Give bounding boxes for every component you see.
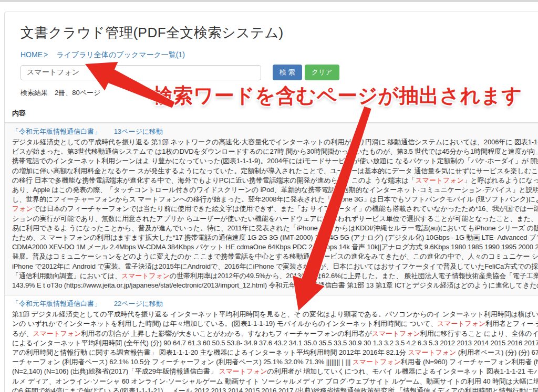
search-bar: 検 索 クリア	[20, 65, 538, 80]
search-result-row-2: 「令和元年版情報通信白書」 22ページに移動 第1節 デジタル経済史としての平成…	[5, 295, 538, 392]
page-jump-link[interactable]: 13ページに移動	[114, 128, 163, 135]
window-top-strip	[0, 0, 538, 2]
clear-button[interactable]: クリア	[305, 65, 339, 80]
search-input[interactable]	[20, 65, 261, 80]
breadcrumb-library-link[interactable]: ライブラリ全体のブックマーク一覧(1)	[56, 50, 185, 59]
main-panel: 文書クラウド管理(PDF全文検索システム) HOME>ライブラリ全体のブックマー…	[4, 12, 538, 392]
result-excerpt: 第1節 デジタル経済史としての平成時代を振り返る インターネット平均利用時間を見…	[12, 310, 538, 392]
table-header-content: 内容	[5, 104, 538, 123]
result-table: 内容 「令和元年版情報通信白書」 13ページに移動 デジタル経済史としての平成時…	[5, 104, 538, 392]
result-excerpt: デジタル経済史としての平成時代を振り返る 第1節 ネットワークの高速化·大容量化…	[12, 137, 538, 290]
breadcrumb: HOME>ライブラリ全体のブックマーク一覧(1)	[20, 50, 538, 60]
result-count: 2冊、80ページ	[55, 89, 100, 97]
breadcrumb-separator: >	[44, 50, 48, 59]
result-summary: 検索結果2冊、80ページ	[20, 88, 538, 98]
search-button[interactable]: 検 索	[273, 65, 302, 80]
search-result-row-1: 「令和元年版情報通信白書」 13ページに移動 デジタル経済史としての平成時代を振…	[5, 123, 538, 295]
book-title-link[interactable]: 「令和元年版情報通信白書」	[12, 300, 101, 308]
breadcrumb-home-link[interactable]: HOME	[20, 50, 43, 59]
result-summary-label: 検索結果	[20, 89, 48, 97]
page-jump-link[interactable]: 22ページに移動	[114, 300, 163, 308]
app-viewport: 文書クラウド管理(PDF全文検索システム) HOME>ライブラリ全体のブックマー…	[0, 0, 538, 392]
page-title: 文書クラウド管理(PDF全文検索システム)	[20, 24, 538, 42]
book-title-link[interactable]: 「令和元年版情報通信白書」	[12, 128, 101, 135]
